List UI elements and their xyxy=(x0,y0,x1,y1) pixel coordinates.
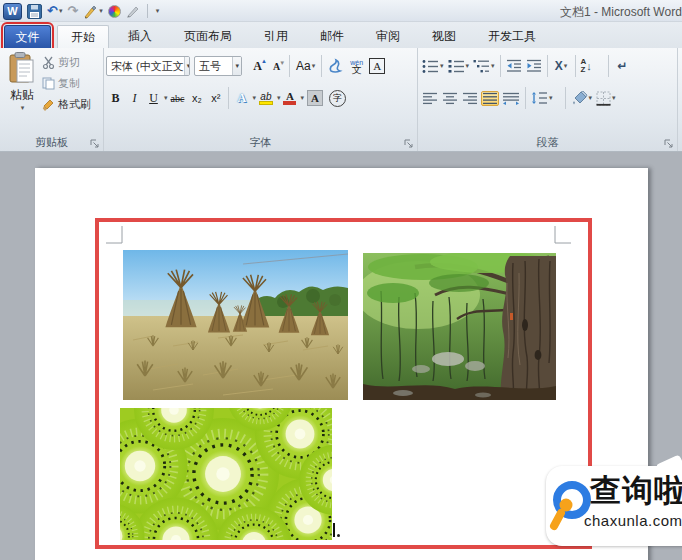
distribute-button[interactable] xyxy=(501,91,521,106)
superscript-button[interactable]: x² xyxy=(206,87,225,109)
borders-button[interactable]: ▾ xyxy=(595,90,617,107)
increase-indent-icon xyxy=(526,59,542,73)
photo-haystack-field[interactable] xyxy=(123,250,348,400)
qat-separator xyxy=(147,4,148,18)
tab-developer[interactable]: 开发工具 xyxy=(475,25,549,48)
character-border-button[interactable]: A xyxy=(366,55,388,77)
pens-icon xyxy=(83,4,98,19)
tab-references[interactable]: 引用 xyxy=(251,25,301,48)
align-center-icon xyxy=(442,92,458,105)
font-dialog-launcher[interactable] xyxy=(404,139,414,149)
change-case-button[interactable]: Aa ▾ xyxy=(293,55,318,77)
pens-dropdown-caret[interactable]: ▾ xyxy=(99,3,103,19)
text-cursor xyxy=(333,523,335,537)
shrink-font-button[interactable]: A​▼ xyxy=(267,55,286,77)
colors-icon[interactable] xyxy=(108,5,121,18)
undo-button[interactable]: ↶ ▾ xyxy=(47,3,62,19)
paste-dropdown-caret[interactable]: ▾ xyxy=(21,104,25,112)
font-family-combo[interactable]: 宋体 (中文正文 ▾ xyxy=(106,56,190,76)
asian-layout-button[interactable]: X ▾ xyxy=(552,55,571,77)
word-application-icon[interactable]: W xyxy=(3,3,22,20)
draw-pens-button[interactable]: ▾ xyxy=(83,3,103,19)
underline-caret[interactable]: ▾ xyxy=(164,94,168,102)
font-group-label: 字体 xyxy=(104,135,417,150)
align-right-button[interactable] xyxy=(461,91,479,106)
multilevel-list-button[interactable]: ▾ xyxy=(472,58,496,75)
paragraph-group-label: 段落 xyxy=(418,135,677,150)
character-shading-button[interactable]: A xyxy=(304,87,326,109)
sort-button[interactable]: A Z ↓ xyxy=(580,57,593,75)
highlight-color-button[interactable]: ab xyxy=(256,87,276,109)
tab-mailings[interactable]: 邮件 xyxy=(307,25,357,48)
format-painter-icon xyxy=(42,98,55,111)
underline-button[interactable]: U xyxy=(144,87,163,109)
photo-kiwi-slices[interactable] xyxy=(120,408,332,540)
tab-insert[interactable]: 插入 xyxy=(115,25,165,48)
tab-page-layout[interactable]: 页面布局 xyxy=(171,25,245,48)
justify-button[interactable] xyxy=(481,91,499,106)
decrease-indent-button[interactable] xyxy=(505,58,523,74)
bullets-icon xyxy=(422,59,439,74)
undo-dropdown-caret[interactable]: ▾ xyxy=(59,3,63,19)
text-effects-button[interactable]: A xyxy=(232,87,251,109)
copy-button[interactable]: 复制 xyxy=(42,74,91,92)
clipboard-group: 粘贴 ▾ 剪切 复制 xyxy=(0,48,104,151)
document-workspace[interactable]: 查询啦 chaxunla.com xyxy=(0,152,682,560)
font-size-value: 五号 xyxy=(199,59,221,74)
font-size-caret[interactable]: ▾ xyxy=(232,57,241,75)
pen-annotate-button[interactable] xyxy=(126,4,140,18)
font-color-button[interactable]: A xyxy=(280,87,299,109)
clipboard-dialog-launcher[interactable] xyxy=(90,139,100,149)
save-button[interactable] xyxy=(27,4,42,19)
strikethrough-button[interactable]: abc xyxy=(168,87,188,109)
undo-icon: ↶ xyxy=(47,3,58,19)
tab-review[interactable]: 审阅 xyxy=(363,25,413,48)
paragraph-dialog-launcher[interactable] xyxy=(664,139,674,149)
format-painter-button[interactable]: 格式刷 xyxy=(42,95,91,113)
cut-button[interactable]: 剪切 xyxy=(42,53,91,71)
copy-icon xyxy=(42,77,55,90)
distribute-icon xyxy=(502,92,520,105)
font-family-caret[interactable]: ▾ xyxy=(184,57,190,75)
font-family-value: 宋体 (中文正文 xyxy=(111,59,184,74)
redo-button[interactable]: ↷ xyxy=(67,3,78,19)
phonetic-guide-button[interactable]: wén 文 xyxy=(347,55,366,77)
format-painter-label: 格式刷 xyxy=(58,97,91,112)
font-color-bar xyxy=(283,101,296,105)
bold-button[interactable]: B xyxy=(106,87,125,109)
photo-forest-tree[interactable] xyxy=(363,253,556,400)
clear-formatting-button[interactable] xyxy=(325,55,347,77)
multilevel-list-icon xyxy=(473,59,490,74)
line-spacing-button[interactable]: ▾ xyxy=(530,90,554,106)
line-spacing-icon xyxy=(531,91,548,105)
show-hide-marks-button[interactable]: ↵ xyxy=(613,55,632,77)
align-right-icon xyxy=(462,92,478,105)
customize-qat-caret[interactable]: ▾ xyxy=(156,7,160,15)
clipboard-group-label: 剪贴板 xyxy=(0,135,103,150)
tab-view[interactable]: 视图 xyxy=(419,25,469,48)
italic-button[interactable]: I xyxy=(125,87,144,109)
paste-label: 粘贴 xyxy=(10,87,34,104)
align-center-button[interactable] xyxy=(441,91,459,106)
ribbon: 粘贴 ▾ 剪切 复制 xyxy=(0,48,682,152)
tab-file[interactable]: 文件 xyxy=(4,25,51,48)
enclose-characters-button[interactable]: 字 xyxy=(326,87,349,109)
increase-indent-button[interactable] xyxy=(525,58,543,74)
bullets-button[interactable]: ▾ xyxy=(421,58,445,75)
grow-font-button[interactable]: A​▲ xyxy=(248,55,267,77)
copy-label: 复制 xyxy=(58,76,80,91)
subscript-button[interactable]: x₂ xyxy=(187,87,206,109)
ribbon-tab-row: 文件 开始 插入 页面布局 引用 邮件 审阅 视图 开发工具 xyxy=(0,22,682,48)
shading-bucket-icon xyxy=(571,91,588,106)
numbering-button[interactable]: ▾ xyxy=(447,58,471,75)
font-size-combo[interactable]: 五号 ▾ xyxy=(194,56,242,76)
tab-home[interactable]: 开始 xyxy=(57,25,109,48)
paragraph-dot xyxy=(337,534,340,537)
save-icon xyxy=(27,4,42,19)
shading-button[interactable]: ▾ xyxy=(570,90,594,107)
numbering-icon xyxy=(448,59,465,74)
cut-label: 剪切 xyxy=(58,55,80,70)
watermark-domain: chaxunla.com xyxy=(584,512,682,529)
paste-button[interactable]: 粘贴 ▾ xyxy=(4,52,40,132)
align-left-button[interactable] xyxy=(421,91,439,106)
